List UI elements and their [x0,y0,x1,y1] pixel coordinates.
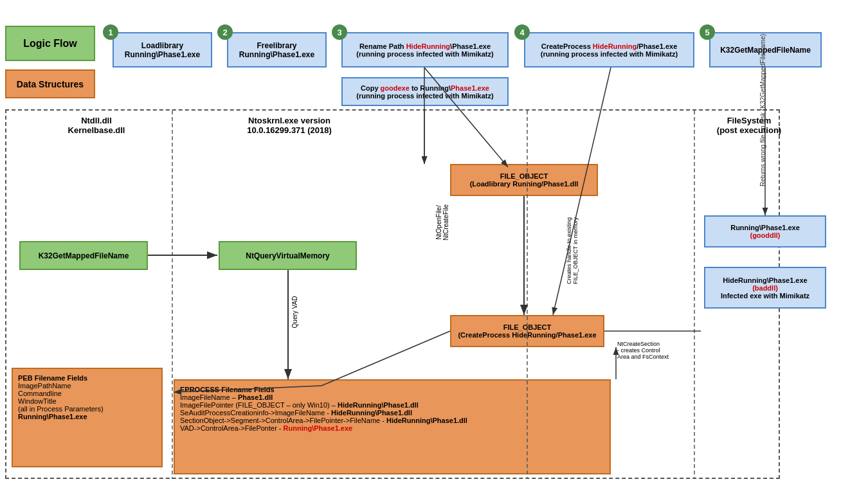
running-phase1-node: Running\Phase1.exe(gooddll) [704,215,826,248]
step-1-circle: 1 [103,24,118,40]
k32-label: K32GetMappedFileName [39,251,129,260]
step-4-circle: 4 [514,24,530,40]
creates-handle-label: Creates handle to existingFILE_OBJECT in… [566,206,579,296]
peb-box: PEB Filename Fields ImagePathName Comman… [12,368,163,467]
data-structures-box: Data Structures [5,69,95,98]
hide-running-node: HideRunning\Phase1.exe(baddll)Infected e… [704,267,826,309]
step-5-box: K32GetMappedFileName [709,32,822,68]
eprocess-line-5: VAD->ControlArea->FilePonter - Running\P… [180,424,604,432]
copy-label: Copy goodexe to Running\Phase1.exe(runni… [356,84,493,100]
ntquery-label: NtQueryVirtualMemory [246,251,329,260]
file-obj-2-node: FILE_OBJECT(CreateProcess HideRunning/Ph… [450,315,604,347]
step-4-box: CreateProcess HideRunning/Phase1.exe(run… [524,32,694,68]
step-3-box: Rename Path HideRunning\Phase1.exe(runni… [341,32,509,68]
k32-node: K32GetMappedFileName [19,241,148,270]
copy-box: Copy goodexe to Running\Phase1.exe(runni… [341,77,509,106]
section-label-left: Ntdll.dllKernelbase.dll [19,116,174,135]
peb-line-2: Commandline [18,390,156,397]
step-5-circle: 5 [700,24,715,40]
running-phase1-label: Running\Phase1.exe(gooddll) [730,224,800,239]
main-container: Logic Flow Data Structures 1 Loadlibrary… [0,0,868,495]
data-structures-label: Data Structures [17,79,84,89]
step-2-circle: 2 [217,24,233,40]
step-2-box: FreelibraryRunning\Phase1.exe [227,32,327,68]
eprocess-line-3: SeAuditProcessCreationinfo->ImageFileNam… [180,409,604,417]
step-2-label: FreelibraryRunning\Phase1.exe [239,41,314,59]
step-1-label: LoadlibraryRunning\Phase1.exe [125,41,200,59]
peb-line-3: WindowTitle [18,397,156,405]
file-obj-1-label: FILE_OBJECT(Loadlibrary Running/Phase1.d… [470,172,579,188]
peb-line-5: Running\Phase1.exe [18,413,156,420]
eprocess-title: EPROCESS Filename Fields [180,386,604,393]
eprocess-line-4: SectionObject->Segment->ControlArea->Fil… [180,417,604,424]
step-3-label: Rename Path HideRunning\Phase1.exe(runni… [356,42,493,58]
query-vad-label: Query VAD [291,287,298,338]
ntcreate-section-label: NtCreateSection- creates ControlArea and… [617,341,688,360]
peb-line-1: ImagePathName [18,382,156,390]
file-obj-1-node: FILE_OBJECT(Loadlibrary Running/Phase1.d… [450,164,598,196]
logic-flow-label: Logic Flow [23,38,77,50]
eprocess-line-2: ImageFilePointer (FILE_OBJECT – only Win… [180,401,604,409]
peb-title: PEB Filename Fields [18,374,156,382]
peb-line-4: (all in Process Parameters) [18,405,156,413]
eprocess-line-1: ImageFileName – Phase1.dll [180,393,604,401]
step-4-label: CreateProcess HideRunning/Phase1.exe(run… [541,42,678,58]
ntopen-label: NtOpenFile/NtCreateFile [435,184,449,261]
section-label-middle: Ntoskrnl.exe version10.0.16299.371 (2018… [212,116,366,135]
logic-flow-box: Logic Flow [5,26,95,61]
section-label-right: FileSystem(post execution) [698,116,800,135]
ntquery-node: NtQueryVirtualMemory [219,241,357,270]
step-5-label: K32GetMappedFileName [720,46,811,55]
file-obj-2-label: FILE_OBJECT(CreateProcess HideRunning/Ph… [458,323,596,339]
hide-running-label: HideRunning\Phase1.exe(baddll)Infected e… [721,276,809,300]
step-1-box: LoadlibraryRunning\Phase1.exe [113,32,212,68]
eprocess-box: EPROCESS Filename Fields ImageFileName –… [174,379,611,474]
step-3-circle: 3 [332,24,347,40]
